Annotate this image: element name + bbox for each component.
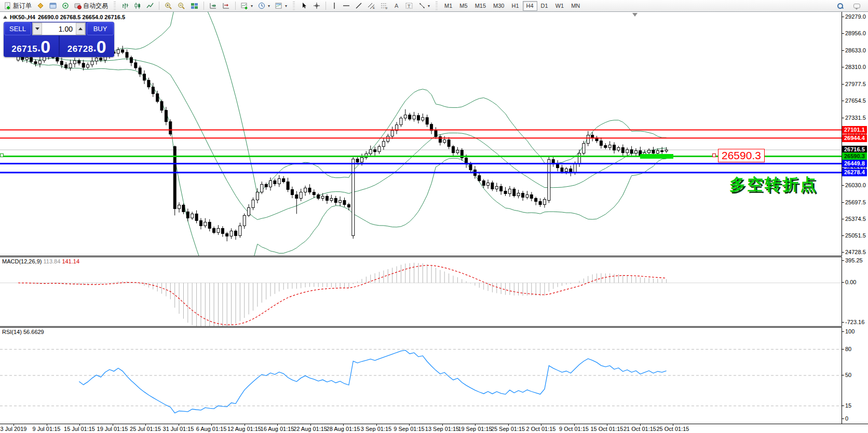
timeframe-m1[interactable]: M1 (441, 1, 456, 11)
sell-button[interactable]: SELL (4, 22, 31, 35)
rsi-label: RSI(14) 56.6629 (2, 329, 44, 335)
candle (565, 169, 567, 172)
chart-shift-marker[interactable] (632, 13, 638, 17)
candle (361, 158, 363, 162)
rsi-pane[interactable]: RSI(14) 56.6629 (0, 328, 842, 424)
candle (78, 61, 80, 63)
timeframe-w1[interactable]: W1 (552, 1, 568, 11)
text-label-button[interactable]: T (403, 1, 416, 11)
candle (604, 146, 607, 148)
price-line-label: 27101.1 (842, 126, 867, 134)
time-axis[interactable]: 3 Jul 20199 Jul 01:1515 Jul 01:1519 Jul … (0, 424, 868, 433)
candle (60, 61, 63, 65)
candlestick-chart-button[interactable] (131, 1, 144, 11)
candle (513, 189, 516, 196)
zoom-out-icon (178, 2, 185, 10)
timeframe-m30[interactable]: M30 (490, 1, 508, 11)
horizontal-line-button[interactable] (340, 1, 352, 11)
timeframe-m5[interactable]: M5 (456, 1, 471, 11)
volume-increase-button[interactable] (76, 23, 85, 35)
candle (169, 122, 172, 134)
vertical-line-button[interactable] (329, 1, 340, 11)
volume-input[interactable]: 1.00 (42, 23, 76, 35)
new-order-button[interactable]: 新订单 (2, 1, 34, 11)
terminal-button[interactable] (47, 1, 59, 11)
candle (134, 63, 137, 68)
cursor-button[interactable] (298, 1, 310, 11)
price-axis[interactable]: 29279.028956.028633.028310.027977.527654… (842, 12, 868, 424)
candle (617, 148, 620, 150)
price-line-label: 26449.8 (842, 160, 867, 167)
candle (417, 116, 420, 120)
toolbar-grip (293, 2, 295, 10)
indicators-button[interactable]: ▾ (238, 1, 255, 11)
bar-chart-button[interactable] (119, 1, 131, 11)
price-axis-tick: 25374.5 (842, 216, 866, 222)
text-button[interactable]: A (391, 1, 403, 11)
text-icon: A (394, 2, 400, 9)
trendline-button[interactable] (352, 1, 365, 11)
line-chart-button[interactable] (144, 1, 156, 11)
autotrading-icon (74, 2, 82, 9)
timeframe-d1[interactable]: D1 (537, 1, 552, 11)
tile-windows-button[interactable] (188, 1, 201, 11)
timeframe-mn[interactable]: MN (567, 1, 584, 11)
tile-windows-icon (191, 2, 198, 10)
candle (121, 50, 124, 52)
timeframe-m15[interactable]: M15 (471, 1, 490, 11)
signals-button[interactable] (59, 1, 72, 11)
periods-icon (258, 2, 266, 10)
timeframe-h4[interactable]: H4 (523, 1, 537, 11)
zoom-out-button[interactable] (175, 1, 188, 11)
search-button[interactable] (835, 1, 846, 11)
price-axis-tick: 0.00 (842, 279, 856, 285)
chat-button[interactable] (851, 1, 863, 11)
equidistant-channel-button[interactable]: E (365, 1, 378, 11)
market-watch-button[interactable] (34, 1, 47, 11)
auto-scroll-button[interactable] (207, 1, 220, 11)
main-chart-pane[interactable]: HK50-,H4 26690.0 26768.5 26654.0 26716.5… (0, 12, 842, 256)
cursor-icon (301, 2, 308, 9)
chart-title: HK50-,H4 26690.0 26768.5 26654.0 26716.5 (3, 14, 125, 20)
price-axis-tick: 395.25 (842, 257, 863, 263)
candle (248, 207, 250, 215)
candle (652, 150, 655, 153)
trendline-handle[interactable] (0, 153, 4, 157)
candle (139, 68, 141, 74)
sell-price[interactable]: 26715.0 (4, 36, 60, 56)
templates-button[interactable]: ▾ (273, 1, 290, 11)
rsi-line (79, 350, 666, 413)
text-label-icon: T (405, 2, 413, 9)
fibonacci-button[interactable]: F (378, 1, 391, 11)
chart-shift-button[interactable] (220, 1, 233, 11)
volume-decrease-button[interactable] (33, 23, 42, 35)
one-click-collapse-icon[interactable] (3, 16, 7, 19)
candle (252, 200, 254, 208)
macd-pane[interactable]: MACD(12,26,9) 113.84 141.14 (0, 257, 842, 326)
arrows-caret: ▾ (428, 4, 430, 8)
candle (378, 147, 381, 152)
candle (535, 199, 537, 202)
crosshair-button[interactable] (310, 1, 323, 11)
candle (352, 159, 355, 236)
candle (186, 212, 189, 218)
candle (630, 150, 633, 153)
buy-button[interactable]: BUY (87, 22, 114, 35)
candle (204, 222, 207, 226)
candle (38, 61, 41, 64)
periods-button[interactable]: ▾ (255, 1, 273, 11)
price-note-label[interactable]: 26590.3 (718, 149, 765, 162)
candle (478, 176, 481, 181)
macd-signal-line (18, 266, 667, 325)
timeframe-h1[interactable]: H1 (508, 1, 522, 11)
candle (621, 148, 624, 153)
autotrading-button[interactable]: 自动交易 (72, 1, 111, 11)
chat-icon (853, 4, 860, 8)
buy-price[interactable]: 26728.0 (60, 36, 115, 56)
equidistant-channel-icon: E (368, 2, 375, 9)
candle (391, 131, 394, 136)
price-axis-tick: 29279.0 (842, 13, 866, 20)
zoom-in-button[interactable] (162, 1, 175, 11)
price-note-handle[interactable] (712, 153, 716, 157)
arrows-button[interactable]: ▾ (416, 1, 432, 11)
